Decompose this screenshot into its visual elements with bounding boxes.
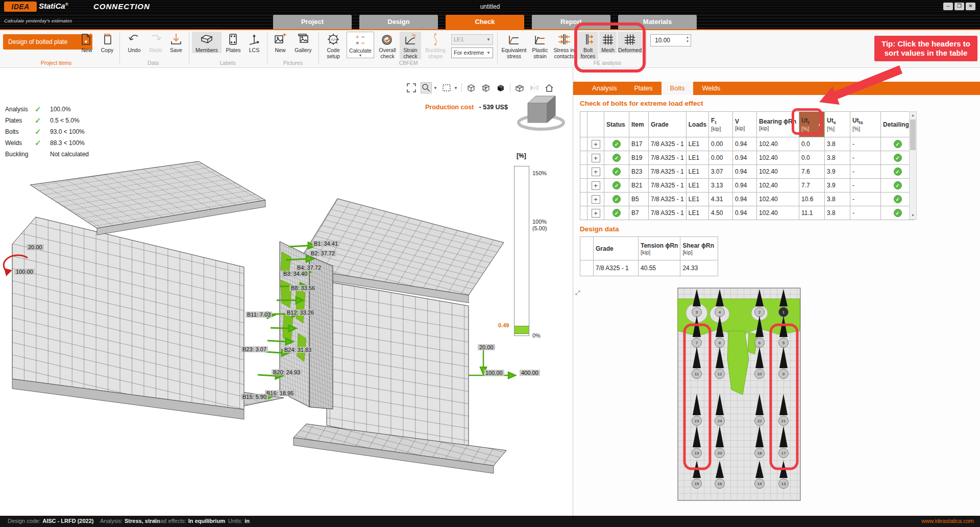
lcs-toggle[interactable]: LCS (245, 32, 263, 53)
row-selector-header (580, 112, 587, 137)
expand-row-button[interactable]: + (592, 167, 600, 176)
design-header[interactable]: Shear ϕRn[kip] (680, 237, 718, 260)
close-button[interactable]: ✕ (966, 3, 975, 10)
minimize-button[interactable]: – (943, 3, 953, 10)
panel-tab-welds[interactable]: Welds (693, 82, 729, 95)
status-ok-icon: ✓ (612, 167, 621, 176)
svg-text:19: 19 (695, 451, 699, 456)
expand-diagram-icon[interactable]: ⤢ (575, 289, 583, 297)
bolt-forces-toggle[interactable]: Bolt forces (578, 32, 598, 59)
scroll-up-icon[interactable]: ▲ (910, 112, 916, 119)
chevron-down-icon[interactable]: ▼ (433, 86, 437, 90)
wireframe-view-button[interactable] (465, 82, 477, 93)
ribbon-tab-check[interactable]: Check (446, 15, 524, 29)
expand-row-button[interactable]: + (592, 154, 600, 162)
bolt-plate-diagram: 342178651112109232422211920181715161413 (677, 288, 801, 501)
detailing-ok-icon: ✓ (894, 209, 902, 217)
equivalent-stress-button[interactable]: Equivalent stress (500, 32, 528, 59)
dimension-label: 400.00 (520, 370, 540, 376)
statusbar-item: Load effects:In equilibrium (154, 518, 225, 524)
extreme-filter-dropdown[interactable]: For extreme▼ (451, 47, 493, 58)
save-button[interactable]: Save (166, 32, 186, 53)
panel-tab-bolts[interactable]: Bolts (662, 82, 694, 95)
fit-view-button[interactable] (406, 82, 417, 93)
navigation-cube[interactable] (516, 91, 567, 132)
maximize-button[interactable]: ❐ (954, 3, 964, 10)
chevron-down-icon[interactable]: ▼ (454, 86, 458, 90)
zoom-window-button[interactable] (421, 82, 432, 93)
statusbar-item: Design code:AISC - LRFD (2022) (8, 518, 93, 524)
column-header-status[interactable]: Status (604, 112, 629, 137)
strain-check-toggle[interactable]: % Strain check (400, 32, 421, 59)
undo-button[interactable]: Undo (124, 32, 145, 53)
scroll-down-icon[interactable]: ▼ (910, 212, 916, 219)
stress-curve-icon (507, 32, 521, 47)
svg-text:16: 16 (718, 482, 722, 486)
solid-view-button[interactable] (495, 82, 506, 93)
code-setup-button[interactable]: </> Code setup (322, 32, 345, 59)
ribbon-tab-design[interactable]: Design (359, 15, 438, 29)
svg-text:6: 6 (758, 341, 761, 345)
group-label-project-items: Project items (20, 60, 92, 66)
ribbon-tab-report[interactable]: Report (532, 15, 610, 29)
result-color-scale (514, 166, 529, 336)
panel-tab-plates[interactable]: Plates (625, 82, 661, 95)
ribbon-tab-materials[interactable]: Materials (618, 15, 697, 29)
detailing-ok-icon: ✓ (894, 181, 902, 189)
design-header[interactable]: Tension ϕRn[kip] (639, 237, 680, 260)
members-toggle[interactable]: Members (192, 32, 222, 53)
new-project-button[interactable]: New (77, 32, 96, 53)
svg-text:4: 4 (719, 310, 721, 315)
column-header-utt[interactable]: Utt[%]▲ (799, 112, 825, 137)
copy-button[interactable]: Copy (97, 32, 117, 53)
column-header-grade[interactable]: Grade (649, 112, 687, 137)
svg-text:</>: </> (331, 38, 337, 42)
column-header-ft[interactable]: Ft[kip] (709, 112, 733, 137)
group-label-cbfem: CBFEM (373, 60, 444, 66)
stress-in-contacts-button[interactable]: Stress in contacts (552, 32, 576, 59)
deformed-toggle[interactable]: Deformed (618, 32, 642, 53)
deformed-scale-stepper[interactable]: 10.00 ▲▼ (650, 34, 691, 46)
plastic-strain-button[interactable]: Plastic strain (529, 32, 551, 59)
group-label-data: Data (117, 60, 189, 66)
overall-check-button[interactable]: Overall check (376, 32, 399, 59)
group-label-pictures: Pictures (257, 60, 329, 66)
analysis-status-summary: Analysis✓100.0%Plates✓0.5 < 5.0%Bolts✓93… (5, 104, 89, 160)
column-header-bearingrn[interactable]: Bearing ϕRn[kip] (757, 112, 799, 137)
svg-text:3: 3 (696, 310, 698, 315)
bolts-check-table: StatusItemGradeLoadsFt[kip]V[kip]Bearing… (580, 111, 915, 220)
column-header-v[interactable]: V[kip] (733, 112, 757, 137)
design-data-title: Design data (580, 225, 619, 233)
expand-row-button[interactable]: + (592, 140, 600, 149)
ribbon-tab-project[interactable]: Project (273, 15, 352, 29)
svg-text:15: 15 (695, 482, 699, 486)
table-row: +✓B77/8 A325 - 1LE14.500.94102.4011.13.8… (580, 206, 915, 220)
selection-box-button[interactable] (441, 82, 452, 93)
svg-text:5: 5 (782, 341, 785, 345)
website-link[interactable]: www.ideastatica.com (921, 518, 974, 524)
undo-icon (127, 32, 141, 47)
mesh-toggle[interactable]: Mesh (599, 32, 617, 53)
svg-text:24: 24 (718, 419, 722, 423)
column-header-item[interactable]: Item (629, 112, 649, 137)
column-header-uts[interactable]: Uts[%] (825, 112, 850, 137)
viewport-3d[interactable]: Analysis✓100.0%Plates✓0.5 < 5.0%Bolts✓93… (0, 68, 573, 516)
stepper-arrows-icon[interactable]: ▲▼ (686, 35, 689, 44)
axes-icon (247, 32, 261, 47)
table-scrollbar[interactable]: ▲ ▼ (909, 111, 917, 220)
calculate-button[interactable]: +−×÷ Calculate ▼ (347, 32, 374, 58)
transparent-view-button[interactable] (480, 82, 492, 93)
column-header-utts[interactable]: Utts[%] (850, 112, 881, 137)
expand-row-button[interactable]: + (592, 195, 600, 204)
expand-row-button[interactable]: + (592, 209, 600, 218)
panel-tab-analysis[interactable]: Analysis (583, 82, 625, 95)
gallery-button[interactable]: Gallery (291, 32, 315, 53)
plates-toggle[interactable]: Plates (223, 32, 244, 53)
buckling-curve-icon (428, 32, 443, 47)
deformed-grid-icon (623, 32, 637, 47)
design-header[interactable]: Grade (594, 237, 639, 260)
scroll-thumb[interactable] (910, 119, 916, 150)
column-header-loads[interactable]: Loads (686, 112, 708, 137)
picture-new-button[interactable]: New (271, 32, 290, 53)
expand-row-button[interactable]: + (592, 181, 600, 190)
